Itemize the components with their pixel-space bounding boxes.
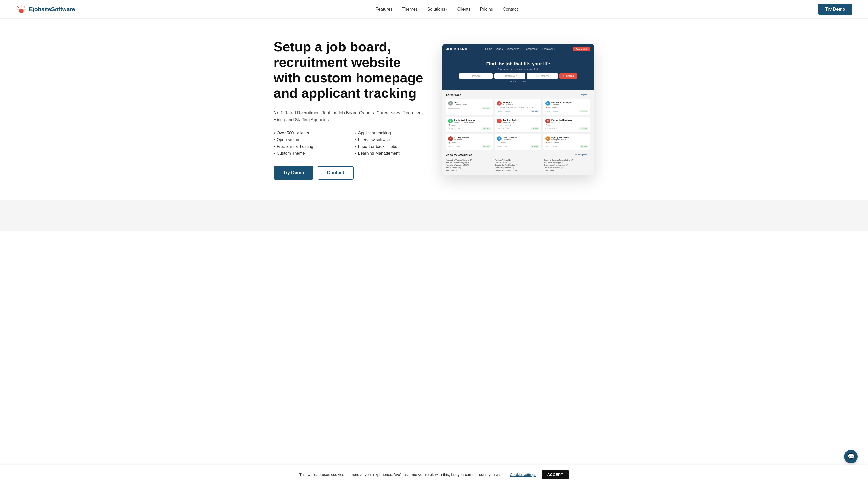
navbar: EjobsiteSoftware Features Themes Solutio… <box>0 0 868 19</box>
svg-line-2 <box>18 7 19 8</box>
list-item: T Top Gun Jacket Top Gun Jacket 📍 United… <box>495 117 541 132</box>
screenshot-inner: JOBBOARD Home Jobs Jobseeker Resources E… <box>442 44 594 175</box>
list-item: Education/Training (25) <box>544 162 590 163</box>
hero-screenshot: JOBBOARD Home Jobs Jobseeker Resources E… <box>442 44 594 175</box>
list-item: C Cyberpunk Jacket Cyberpunk Jacket 📍 Un… <box>544 134 590 150</box>
feature-learning: Learning Management <box>355 151 426 156</box>
feature-import-jobs: Import or backfill jobs <box>355 144 426 149</box>
list-item: D Data Scientist Salesborn 📍 Jhajhar Sun… <box>495 134 541 150</box>
hero-buttons: Try Demo Contact <box>274 166 426 180</box>
sb-hero-sub: Connecting the best jobs with top talent… <box>447 68 589 70</box>
sb-hero-section: Find the job that fits your life Connect… <box>442 54 594 90</box>
hero-section: Setup a job board, recruitment website w… <box>253 19 615 200</box>
hero-subtitle: No 1 Rated Recruitment Tool for Job Boar… <box>274 109 426 123</box>
list-item: M Mechanical Engineer Salesborn 📍 Delhi … <box>544 117 590 132</box>
sb-jobs-grid: T Test company name Tue Feb 13, 2024 Ful… <box>446 99 590 150</box>
list-item: F Full Stack Developer AFNSOFT 📍 New Del… <box>544 99 590 115</box>
sb-header: JOBBOARD Home Jobs Jobseeker Resources E… <box>442 44 594 54</box>
sb-nav-jobs: Jobs <box>496 47 503 51</box>
feature-interview-software: Interview software <box>355 137 426 142</box>
list-item: Accounting/Finance/Banking (6) <box>446 159 492 161</box>
feature-clients: Over 500+ clients <box>274 131 345 135</box>
feature-open-source: Open source <box>274 137 345 142</box>
list-item: Advertising/Marketing/PR (6) <box>446 164 492 166</box>
sb-hero-title: Find the job that fits your life <box>447 61 589 67</box>
list-item: S Surveyor Surgiciteams 📍 8010 Hawthorne… <box>495 99 541 115</box>
hero-title: Setup a job board, recruitment website w… <box>274 39 426 101</box>
list-item: Administration/HR/Legal (14) <box>446 162 492 163</box>
hero-contact-button[interactable]: Contact <box>318 166 353 180</box>
sb-content: Latest jobs All jobs → T Test company na… <box>442 90 594 175</box>
svg-line-3 <box>24 7 25 8</box>
gray-section <box>0 200 868 231</box>
list-item: Aviation/Airlines (1) <box>495 159 541 161</box>
nav-try-demo-button[interactable]: Try Demo <box>818 4 852 15</box>
hero-try-demo-button[interactable]: Try Demo <box>274 166 313 180</box>
sb-all-jobs-link: All jobs → <box>581 94 590 96</box>
logo-text: EjobsiteSoftware <box>29 6 75 13</box>
sb-latest-jobs-title: Latest jobs <box>446 93 461 96</box>
hero-left: Setup a job board, recruitment website w… <box>274 39 426 180</box>
sb-search-button: 🔍 Search <box>559 73 577 78</box>
feature-applicant-tracking: Applicant tracking <box>355 131 426 135</box>
sb-categories-header: Jobs by Categories All categories → <box>446 153 590 156</box>
list-item: Engineering/Manufacturing (2) <box>544 164 590 166</box>
list-item: Courier/Distribution/Logistics <box>495 169 541 171</box>
list-item: T Test company name Tue Feb 13, 2024 Ful… <box>446 99 493 115</box>
logo-icon <box>16 4 27 15</box>
nav-features[interactable]: Features <box>375 7 393 12</box>
svg-point-0 <box>19 8 24 13</box>
nav-pricing[interactable]: Pricing <box>480 7 493 12</box>
nav-themes[interactable]: Themes <box>402 7 418 12</box>
sb-nav-jobseeker: Jobseeker <box>507 47 521 51</box>
sb-categories-grid: Accounting/Finance/Banking (6)Aviation/A… <box>446 159 590 171</box>
sb-post-job-button: Post a Job <box>573 47 590 52</box>
list-item: A AI Programmer Salesborn 📍 Jhajhar Sun … <box>446 134 493 150</box>
nav-contact[interactable]: Contact <box>502 7 518 12</box>
screenshot-wrapper: JOBBOARD Home Jobs Jobseeker Resources E… <box>442 44 594 175</box>
feature-hosting: Free annual hosting <box>274 144 345 149</box>
list-item: Consulting Services (3) <box>495 167 541 168</box>
sb-logo: JOBBOARD <box>446 47 467 51</box>
nav-solutions[interactable]: Solutions ▾ <box>427 7 448 12</box>
sb-keyword-input: Keyword <box>459 73 493 78</box>
list-item: Entertainment/Media (5) <box>544 167 590 168</box>
list-item: Construction/Architecture (1) <box>495 164 541 166</box>
nav-clients[interactable]: Clients <box>457 7 470 12</box>
list-item: Customer Support/Telemarketing (1) <box>544 159 590 161</box>
sb-categories-title: Jobs by Categories <box>446 153 472 156</box>
list-item: Environmental <box>544 169 590 171</box>
sb-search-row: Keyword United States All Category 🔍 Sea… <box>447 73 589 78</box>
list-item: Automotive (6) <box>446 169 492 171</box>
hero-features: Over 500+ clients Applicant tracking Ope… <box>274 131 426 156</box>
list-item: Call Centre/BPO (3) <box>495 162 541 163</box>
chevron-down-icon: ▾ <box>446 7 448 11</box>
sb-nav-employer: Employer <box>542 47 555 51</box>
sb-all-categories-link: All categories → <box>575 154 590 156</box>
sb-nav: Home Jobs Jobseeker Resources Employer <box>485 47 555 51</box>
sb-nav-home: Home <box>485 47 492 51</box>
sb-category-select: All Category <box>527 73 558 78</box>
sb-location-select: United States <box>494 73 525 78</box>
sb-advanced-link: Advanced Search <box>447 80 589 83</box>
sb-nav-resources: Resources <box>524 47 539 51</box>
list-item: Arts & Design (38) <box>446 167 492 168</box>
logo[interactable]: EjobsiteSoftware <box>16 4 75 15</box>
sb-jobs-header: Latest jobs All jobs → <box>446 93 590 96</box>
nav-links: Features Themes Solutions ▾ Clients Pric… <box>375 7 518 12</box>
list-item: S Senior Web Designer UK Proofreaders Se… <box>446 117 493 132</box>
feature-custom-theme: Custom Theme <box>274 151 345 156</box>
